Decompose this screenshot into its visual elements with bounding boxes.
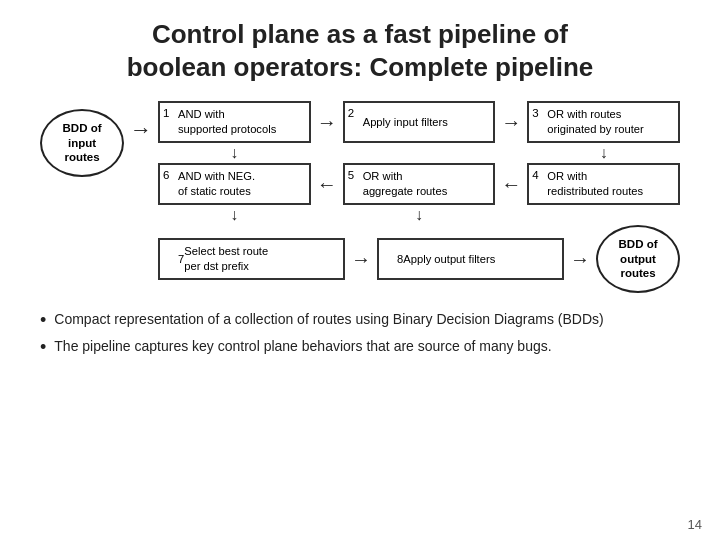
step-6: 6 AND with NEG. of static routes — [158, 163, 311, 205]
step-2-text: Apply input filters — [363, 115, 448, 130]
arrow-to-steps: → — [128, 117, 154, 143]
steps-row-2: 6 AND with NEG. of static routes ← 5 OR … — [158, 163, 680, 205]
steps-grid: 1 AND with supported protocols → 2 Apply… — [158, 101, 680, 293]
bullet-1-text: Compact representation of a collection o… — [54, 309, 603, 330]
down-arrow-col1: ↓ — [158, 145, 311, 161]
step-4-text: OR with redistributed routes — [547, 169, 643, 198]
step-3-text: OR with routes originated by router — [547, 107, 643, 136]
step-1-num: 1 — [163, 106, 169, 121]
step-2: 2 Apply input filters — [343, 101, 496, 143]
step-6-text: AND with NEG. of static routes — [178, 169, 255, 198]
pipeline-diagram: BDD of input routes → 1 AND with support… — [40, 101, 680, 293]
step-8: 8 Apply output filters — [377, 238, 564, 280]
step-8-text: Apply output filters — [403, 252, 495, 267]
bdd-output-label: BDD of output routes — [619, 237, 658, 282]
spacer-col3-r2 — [527, 207, 680, 223]
bullet-2-dot: • — [40, 338, 46, 356]
bullets-section: • Compact representation of a collection… — [40, 309, 680, 363]
step-7-text: Select best route per dst prefix — [184, 244, 268, 273]
step-6-num: 6 — [163, 168, 169, 183]
slide-title: Control plane as a fast pipeline of bool… — [40, 18, 680, 83]
step-4: 4 OR with redistributed routes — [527, 163, 680, 205]
bullet-2: • The pipeline captures key control plan… — [40, 336, 680, 357]
arrow-6-5: ← — [316, 163, 338, 205]
down-arrow-col2-r2: ↓ — [343, 207, 496, 223]
step-2-num: 2 — [348, 106, 354, 121]
bullet-2-text: The pipeline captures key control plane … — [54, 336, 551, 357]
steps-row-3: 7 Select best route per dst prefix → 8 A… — [158, 225, 680, 293]
step-5-text: OR with aggregate routes — [363, 169, 448, 198]
spacer-col2 — [343, 145, 496, 161]
arrow-8-bdd: → — [569, 248, 591, 271]
step-5-num: 5 — [348, 168, 354, 183]
bdd-output-oval: BDD of output routes — [596, 225, 680, 293]
steps-row-1: 1 AND with supported protocols → 2 Apply… — [158, 101, 680, 143]
step-3-num: 3 — [532, 106, 538, 121]
down-arrow-col1-r2: ↓ — [158, 207, 311, 223]
arrows-row1-row2: ↓ ↓ — [158, 145, 680, 161]
down-arrow-col3: ↓ — [527, 145, 680, 161]
arrows-row2-row3: ↓ ↓ — [158, 207, 680, 223]
slide: Control plane as a fast pipeline of bool… — [0, 0, 720, 540]
step-3: 3 OR with routes originated by router — [527, 101, 680, 143]
bdd-input-label: BDD of input routes — [63, 121, 102, 166]
arrow-1-2: → — [316, 101, 338, 143]
page-number: 14 — [688, 517, 702, 532]
bullet-1-dot: • — [40, 311, 46, 329]
step-1-text: AND with supported protocols — [178, 107, 276, 136]
step-7: 7 Select best route per dst prefix — [158, 238, 345, 280]
step-4-num: 4 — [532, 168, 538, 183]
step-5: 5 OR with aggregate routes — [343, 163, 496, 205]
bdd-input-container: BDD of input routes — [40, 109, 124, 177]
arrow-2-3: → — [500, 101, 522, 143]
bdd-input-oval: BDD of input routes — [40, 109, 124, 177]
arrow-7-8: → — [350, 248, 372, 271]
arrow-5-4: ← — [500, 163, 522, 205]
step-1: 1 AND with supported protocols — [158, 101, 311, 143]
bullet-1: • Compact representation of a collection… — [40, 309, 680, 330]
